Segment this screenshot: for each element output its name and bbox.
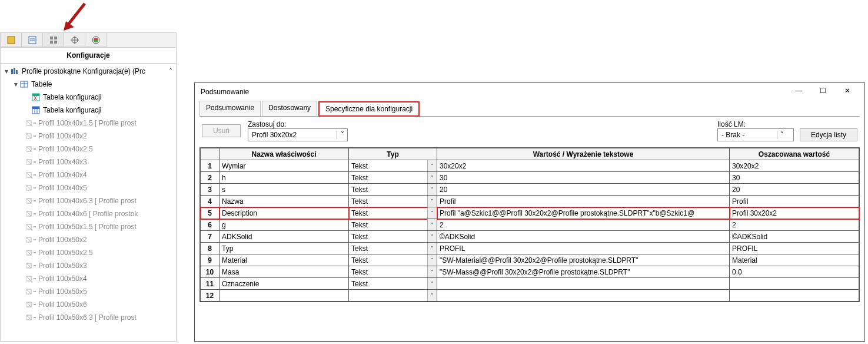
cell-name[interactable]: Nazwa bbox=[220, 196, 349, 207]
cell-value[interactable]: ©ADKSolid bbox=[437, 231, 730, 243]
cell-type[interactable]: Tekst˅ bbox=[349, 231, 437, 243]
cell-type[interactable]: Tekst˅ bbox=[349, 196, 437, 207]
config-item[interactable]: Profil 100x40x3 bbox=[1, 156, 176, 168]
cell-name[interactable]: g bbox=[220, 219, 349, 231]
cell-type[interactable]: ˅ bbox=[349, 290, 437, 302]
maximize-button[interactable]: ☐ bbox=[812, 87, 834, 97]
chevron-down-icon[interactable]: ˅ bbox=[427, 266, 437, 277]
table-row[interactable]: 12˅ bbox=[201, 290, 859, 302]
table-row[interactable]: 7ADKSolidTekst˅©ADKSolid©ADKSolid bbox=[201, 231, 859, 243]
chevron-down-icon[interactable]: ˅ bbox=[427, 231, 437, 242]
cell-type[interactable]: Tekst˅ bbox=[349, 266, 437, 278]
tree-root[interactable]: ▾ Profile prostokątne Konfiguracja(e) (P… bbox=[1, 65, 176, 78]
cell-type[interactable]: Tekst˅ bbox=[349, 184, 437, 196]
config-item[interactable]: Profil 100x40x4 bbox=[1, 168, 176, 181]
cell-value[interactable]: 30 bbox=[437, 172, 730, 184]
cell-value[interactable] bbox=[437, 278, 730, 290]
chevron-down-icon[interactable]: ˅ bbox=[427, 290, 437, 301]
lm-combo[interactable]: - Brak - ˅ bbox=[717, 128, 794, 141]
toolbar-btn-5[interactable] bbox=[85, 33, 107, 47]
chevron-down-icon[interactable]: ˅ bbox=[777, 131, 787, 139]
cell-type[interactable]: Tekst˅ bbox=[349, 160, 437, 172]
toolbar-btn-3-config[interactable] bbox=[43, 33, 64, 47]
config-item[interactable]: Profil 100x50x5 bbox=[1, 285, 176, 298]
delete-button[interactable]: Usuń bbox=[202, 124, 241, 137]
expander-icon[interactable]: ▾ bbox=[3, 67, 10, 75]
expander-icon[interactable]: ▾ bbox=[12, 80, 19, 88]
cell-name[interactable]: ADKSolid bbox=[220, 231, 349, 243]
chevron-down-icon[interactable]: ˅ bbox=[427, 278, 437, 289]
toolbar-btn-1[interactable] bbox=[1, 33, 22, 47]
table-row[interactable]: 6gTekst˅22 bbox=[201, 219, 859, 231]
cell-value[interactable]: "SW-Material@@Profil 30x20x2@Profile pro… bbox=[437, 254, 730, 266]
cell-name[interactable]: Wymiar bbox=[220, 160, 349, 172]
config-item[interactable]: Profil 100x40x2 bbox=[1, 130, 176, 143]
cell-value[interactable]: Profil bbox=[437, 196, 730, 207]
cell-name[interactable]: Materiał bbox=[220, 254, 349, 266]
cell-name[interactable]: Oznaczenie bbox=[220, 278, 349, 290]
scroll-up-icon[interactable]: ˄ bbox=[169, 67, 172, 75]
cell-name[interactable]: Description bbox=[220, 207, 349, 219]
cell-value[interactable] bbox=[437, 290, 730, 302]
cell-value[interactable]: 20 bbox=[437, 184, 730, 196]
minimize-button[interactable]: — bbox=[787, 87, 810, 97]
chevron-down-icon[interactable]: ˅ bbox=[427, 219, 437, 230]
tree-configtable[interactable]: Tabela konfiguracji bbox=[1, 104, 176, 117]
config-item[interactable]: Profil 100x40x2.5 bbox=[1, 143, 176, 156]
chevron-down-icon[interactable]: ˅ bbox=[427, 254, 437, 266]
table-row[interactable]: 2hTekst˅3030 bbox=[201, 172, 859, 184]
chevron-down-icon[interactable]: ˅ bbox=[427, 184, 437, 195]
cell-type[interactable]: Tekst˅ bbox=[349, 243, 437, 254]
cell-value[interactable]: "SW-Mass@@Profil 30x20x2@Profile prostok… bbox=[437, 266, 730, 278]
cell-type[interactable]: Tekst˅ bbox=[349, 172, 437, 184]
cell-name[interactable]: Masa bbox=[220, 266, 349, 278]
toolbar-btn-4[interactable] bbox=[64, 33, 85, 47]
table-row[interactable]: 10MasaTekst˅"SW-Mass@@Profil 30x20x2@Pro… bbox=[201, 266, 859, 278]
cell-name[interactable]: s bbox=[220, 184, 349, 196]
cell-name[interactable]: Typ bbox=[220, 243, 349, 254]
chevron-down-icon[interactable]: ˅ bbox=[427, 196, 437, 207]
chevron-down-icon[interactable]: ˅ bbox=[427, 207, 437, 219]
config-item[interactable]: Profil 100x50x2.5 bbox=[1, 246, 176, 259]
tab-config-specific[interactable]: Specyficzne dla konfiguracji bbox=[318, 101, 420, 117]
config-item[interactable]: Profil 100x50x4 bbox=[1, 272, 176, 285]
config-item[interactable]: Profil 100x50x3 bbox=[1, 259, 176, 272]
config-item[interactable]: Profil 100x40x6 [ Profile prostok bbox=[1, 207, 176, 220]
chevron-down-icon[interactable]: ˅ bbox=[427, 160, 437, 171]
tab-custom[interactable]: Dostosowany bbox=[262, 101, 317, 116]
cell-value[interactable]: PROFIL bbox=[437, 243, 730, 254]
cell-value[interactable]: 2 bbox=[437, 219, 730, 231]
close-button[interactable]: ✕ bbox=[836, 87, 859, 97]
table-row[interactable]: 3sTekst˅2020 bbox=[201, 184, 859, 196]
profile-combo[interactable]: Profil 30x20x2 ˅ bbox=[248, 128, 348, 141]
table-row[interactable]: 8TypTekst˅PROFILPROFIL bbox=[201, 243, 859, 254]
tree-tables[interactable]: ▾ Tabele bbox=[1, 78, 176, 91]
config-item[interactable]: Profil 100x50x6.3 [ Profile prost bbox=[1, 311, 176, 324]
cell-value[interactable]: 30x20x2 bbox=[437, 160, 730, 172]
cell-type[interactable]: Tekst˅ bbox=[349, 207, 437, 219]
table-row[interactable]: 9MateriałTekst˅"SW-Material@@Profil 30x2… bbox=[201, 254, 859, 266]
chevron-down-icon[interactable]: ˅ bbox=[427, 243, 437, 254]
cell-value[interactable]: Profil "a@Szkic1@@Profil 30x20x2@Profile… bbox=[437, 207, 730, 219]
chevron-down-icon[interactable]: ˅ bbox=[337, 131, 347, 139]
cell-type[interactable]: Tekst˅ bbox=[349, 254, 437, 266]
cell-type[interactable]: Tekst˅ bbox=[349, 219, 437, 231]
table-row[interactable]: 4NazwaTekst˅ProfilProfil bbox=[201, 196, 859, 207]
cell-name[interactable]: h bbox=[220, 172, 349, 184]
tree-designtable[interactable]: x Tabela konfiguracji bbox=[1, 91, 176, 104]
table-row[interactable]: 11OznaczenieTekst˅ bbox=[201, 278, 859, 290]
config-item[interactable]: Profil 100x40x5 bbox=[1, 181, 176, 194]
cell-name[interactable] bbox=[220, 290, 349, 302]
config-item[interactable]: Profil 100x50x2 bbox=[1, 233, 176, 246]
config-item[interactable]: Profil 100x50x1.5 [ Profile prost bbox=[1, 220, 176, 233]
tab-summary[interactable]: Podsumowanie bbox=[199, 101, 261, 116]
toolbar-btn-2[interactable] bbox=[22, 33, 43, 47]
table-row[interactable]: 5DescriptionTekst˅Profil "a@Szkic1@@Prof… bbox=[201, 207, 859, 219]
config-item[interactable]: Profil 100x50x6 bbox=[1, 298, 176, 311]
table-row[interactable]: 1WymiarTekst˅30x20x230x20x2 bbox=[201, 160, 859, 172]
chevron-down-icon[interactable]: ˅ bbox=[427, 172, 437, 183]
config-item[interactable]: Profil 100x40x6.3 [ Profile prost bbox=[1, 194, 176, 207]
config-item[interactable]: Profil 100x40x1.5 [ Profile prost bbox=[1, 117, 176, 130]
edit-list-button[interactable]: Edycja listy bbox=[800, 128, 857, 141]
cell-type[interactable]: Tekst˅ bbox=[349, 278, 437, 290]
